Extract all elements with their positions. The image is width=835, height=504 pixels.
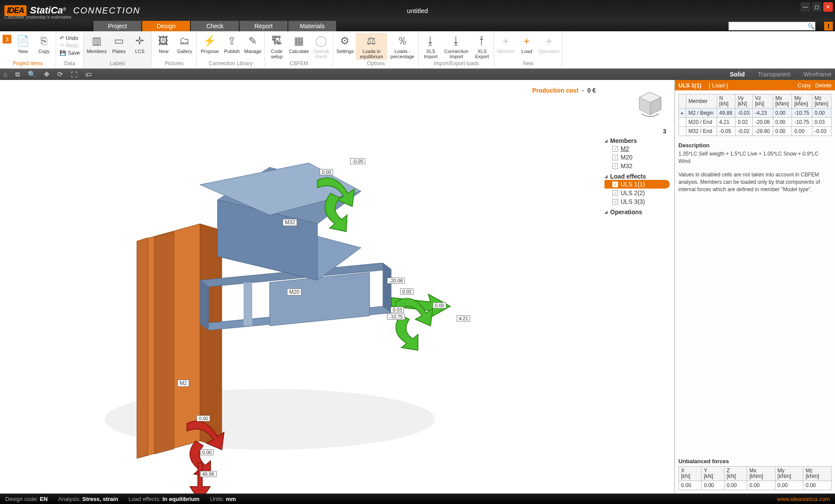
tree-item-uls1[interactable]: ✓ULS 1(1) xyxy=(605,180,670,189)
val-002: 0.02 xyxy=(400,288,414,295)
tree-load-effects[interactable]: Load effects xyxy=(605,173,670,180)
lcs-button[interactable]: ✛LCS xyxy=(130,33,150,55)
save-button[interactable]: 💾Save xyxy=(58,50,81,56)
redo-button[interactable]: ↷Redo xyxy=(58,42,81,49)
panel-copy-button[interactable]: Copy xyxy=(798,82,811,89)
tab-check[interactable]: Check xyxy=(191,21,239,31)
search-box[interactable]: 🔍 xyxy=(728,22,815,30)
calculate-icon: ▦ xyxy=(292,34,306,48)
status-bar: Design code: EN Analysis: Stress, strain… xyxy=(0,494,835,504)
val-4988: 49.88 xyxy=(200,471,217,477)
tree-members[interactable]: Members xyxy=(605,137,670,144)
propose-button[interactable]: ⚡Propose xyxy=(198,33,221,55)
table-row[interactable]: M32 / End-0.05-0.02-29.800.000.00-0.03 xyxy=(679,127,832,136)
val-m2008: -20.08 xyxy=(387,278,405,284)
zoom-icon[interactable]: 🔍 xyxy=(28,70,36,78)
logo-connection: CONNECTION xyxy=(73,6,140,16)
table-row[interactable]: ▸ M2 / Begin49.88-0.03-4.230.00-10.750.0… xyxy=(679,109,832,118)
loads-equilibrium-button[interactable]: ⚖Loads in equilibrium xyxy=(356,33,387,60)
plates-button[interactable]: ▭Plates xyxy=(109,33,129,55)
status-units[interactable]: Units: mm xyxy=(210,496,236,502)
view-wireframe[interactable]: Wireframe xyxy=(803,71,832,78)
tree-item-m20[interactable]: ✓M20 xyxy=(605,153,670,162)
overall-check-button[interactable]: ◯Overall check xyxy=(311,33,331,60)
status-url[interactable]: www.ideastatica.com xyxy=(777,496,830,502)
new-item-button[interactable]: 📄New xyxy=(13,33,33,55)
zoom-window-icon[interactable]: ⧉ xyxy=(15,70,20,78)
pan-icon[interactable]: ✥ xyxy=(44,70,50,78)
undo-button[interactable]: ↶Undo xyxy=(58,35,81,42)
help-button[interactable]: ! xyxy=(824,22,833,30)
minimize-button[interactable]: — xyxy=(801,2,810,12)
val-003: 0.03 xyxy=(391,307,404,313)
rotate-icon[interactable]: ⟳ xyxy=(57,70,63,78)
tree-item-m32[interactable]: ✓M32 xyxy=(605,162,670,170)
manage-button[interactable]: ✎Manage xyxy=(243,33,263,55)
tab-design[interactable]: Design xyxy=(142,21,190,31)
publish-button[interactable]: ⇪Publish xyxy=(222,33,242,55)
tree-item-uls2[interactable]: ✓ULS 2(2) xyxy=(605,189,670,197)
tree-operations[interactable]: Operations xyxy=(605,209,670,216)
connection-import-button[interactable]: ⭳Connection Import xyxy=(441,33,471,60)
status-design-code[interactable]: Design code: EN xyxy=(5,496,48,502)
lcs-icon: ✛ xyxy=(133,34,147,48)
code-setup-button[interactable]: 🏗Code setup xyxy=(267,33,287,60)
home-icon[interactable]: ⌂ xyxy=(3,71,7,78)
code-setup-icon: 🏗 xyxy=(270,34,284,48)
tag-icon[interactable]: 🏷 xyxy=(85,71,92,78)
title-bar: IDEA StatiCa® CONNECTION Calculate yeste… xyxy=(0,0,835,21)
plates-icon: ▭ xyxy=(112,34,126,48)
tree-item-uls3[interactable]: ✓ULS 3(3) xyxy=(605,197,670,206)
xls-export-button[interactable]: ⭱XLS Export xyxy=(472,33,492,60)
project-item-count[interactable]: 3 xyxy=(3,35,11,43)
search-icon[interactable]: 🔍 xyxy=(807,23,815,30)
publish-icon: ⇪ xyxy=(225,34,239,48)
status-load-effects[interactable]: Load effects: In equilibrium xyxy=(129,496,200,502)
copy-item-button[interactable]: ⎘Copy xyxy=(34,33,54,55)
view-solid[interactable]: Solid xyxy=(730,71,745,78)
viewport-3d[interactable]: M32 M20 M2 -0.05 0.00 -20.08 0.02 0.03 -… xyxy=(0,80,674,494)
val-000a: 0.00 xyxy=(320,169,333,175)
close-button[interactable]: ✕ xyxy=(823,2,833,12)
manage-icon: ✎ xyxy=(246,34,260,48)
unbalanced-table: X [kN] Y [kN] Z [kN] Mx [kNm] My [kNm] M… xyxy=(678,466,832,490)
status-analysis[interactable]: Analysis: Stress, strain xyxy=(58,496,118,502)
val-m1075: -10.75 xyxy=(387,314,405,320)
new-icon: 📄 xyxy=(16,34,30,48)
view-cube[interactable] xyxy=(635,89,665,119)
calculate-button[interactable]: ▦Calculate xyxy=(287,33,310,55)
table-row[interactable]: M20 / End4.210.02-20.080.00-10.750.03 xyxy=(679,118,832,127)
forces-table[interactable]: Member N [kN] Vy [kN] Vz [kN] Mx [kNm] M… xyxy=(678,94,832,136)
fullscreen-icon[interactable]: ⛶ xyxy=(71,71,77,78)
gallery-button[interactable]: 🗂Gallery xyxy=(174,33,194,55)
val-000b: 0.00 xyxy=(433,302,446,308)
loads-percentage-button[interactable]: ％Loads - percentage xyxy=(388,33,417,60)
tree-item-m2[interactable]: ✓M2 xyxy=(605,144,670,153)
new-operation-button[interactable]: ＋Operation xyxy=(538,33,560,55)
members-button[interactable]: ▥Members xyxy=(85,33,108,55)
view-transparent[interactable]: Transparent xyxy=(758,71,790,78)
conn-import-icon: ⭳ xyxy=(449,34,463,48)
note-text: Values in disabled cells are not taken i… xyxy=(678,171,832,193)
tab-materials[interactable]: Materials xyxy=(288,21,336,31)
load-icon: ＋ xyxy=(520,34,534,48)
view-toolbar: ⌂ ⧉ 🔍 ✥ ⟳ ⛶ 🏷 Solid Transparent Wirefram… xyxy=(0,69,835,80)
row-indicator-icon: ▸ xyxy=(679,109,686,118)
group-connlib: Connection Library xyxy=(198,60,263,68)
new-member-button[interactable]: ＋Member xyxy=(496,33,516,55)
svg-marker-10 xyxy=(270,272,370,326)
panel-delete-button[interactable]: Delete xyxy=(815,82,832,89)
maximize-button[interactable]: ◻ xyxy=(812,2,822,12)
group-project-items: Project items xyxy=(2,60,54,68)
tab-report[interactable]: Report xyxy=(240,21,287,31)
operation-icon: ＋ xyxy=(542,34,556,48)
model-render xyxy=(0,80,674,494)
tab-project[interactable]: Project xyxy=(94,21,141,31)
search-input[interactable] xyxy=(729,23,807,29)
panel-subtitle: [ Load ] xyxy=(709,82,728,89)
main-tabs: Project Design Check Report Materials 🔍 … xyxy=(0,21,835,31)
settings-button[interactable]: ⚙Settings xyxy=(335,33,355,55)
xls-import-button[interactable]: ⭳XLS Import xyxy=(421,33,441,60)
picture-new-button[interactable]: 🖼New xyxy=(154,33,174,55)
new-load-button[interactable]: ＋Load xyxy=(517,33,537,55)
